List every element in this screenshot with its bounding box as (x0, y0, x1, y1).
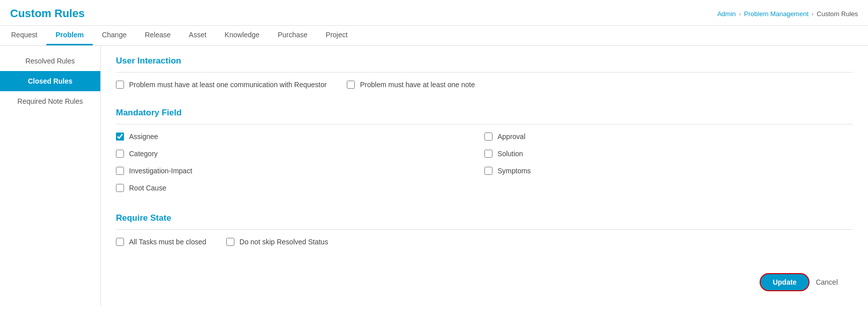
require-state-section: Require State All Tasks must be closed D… (116, 213, 853, 253)
checkbox-row-symptoms: Symptoms (484, 167, 853, 175)
checkbox-assignee[interactable] (116, 133, 124, 141)
tab-asset[interactable]: Asset (180, 26, 216, 45)
label-approval: Approval (498, 133, 525, 141)
mandatory-field-right: Approval Solution Symptoms (484, 133, 853, 201)
footer-buttons: Update Cancel (116, 265, 853, 296)
mandatory-field-title: Mandatory Field (116, 108, 853, 118)
require-state-title: Require State (116, 213, 853, 223)
label-assignee: Assignee (129, 133, 158, 141)
sidebar-item-closed-rules[interactable]: Closed Rules (0, 71, 100, 91)
checkbox-row-communication: Problem must have at least one communica… (116, 81, 327, 89)
checkbox-row-approval: Approval (484, 133, 853, 141)
checkbox-symptoms[interactable] (484, 167, 492, 175)
tab-change[interactable]: Change (93, 26, 136, 45)
main-content: User Interaction Problem must have at le… (101, 46, 868, 306)
sidebar-item-resolved-rules[interactable]: Resolved Rules (0, 51, 100, 71)
checkbox-row-solution: Solution (484, 150, 853, 158)
checkbox-row-note: Problem must have at least one note (347, 81, 475, 89)
page-title: Custom Rules (10, 7, 85, 20)
checkbox-note[interactable] (347, 81, 355, 89)
tab-request[interactable]: Request (2, 26, 46, 45)
mandatory-field-left: Assignee Category Investigation-Impact R… (116, 133, 484, 201)
tab-project[interactable]: Project (317, 26, 357, 45)
cancel-button[interactable]: Cancel (816, 278, 838, 286)
sidebar-item-required-note-rules[interactable]: Required Note Rules (0, 91, 100, 111)
breadcrumb-sep1: › (739, 10, 741, 18)
breadcrumb-custom-rules: Custom Rules (817, 10, 858, 18)
tabs-bar: Request Problem Change Release Asset Kno… (0, 26, 868, 46)
require-state-divider (116, 229, 853, 230)
mandatory-field-grid: Assignee Category Investigation-Impact R… (116, 133, 853, 201)
checkbox-row-root-cause: Root Cause (116, 184, 484, 192)
user-interaction-checkboxes: Problem must have at least one communica… (116, 81, 853, 96)
user-interaction-divider (116, 72, 853, 73)
checkbox-row-all-tasks: All Tasks must be closed (116, 238, 206, 246)
user-interaction-title: User Interaction (116, 56, 853, 66)
header: Custom Rules Admin › Problem Management … (0, 0, 868, 26)
label-communication: Problem must have at least one communica… (129, 81, 327, 89)
update-button[interactable]: Update (760, 273, 810, 291)
checkbox-row-investigation-impact: Investigation-Impact (116, 167, 484, 175)
label-all-tasks: All Tasks must be closed (129, 238, 206, 246)
checkbox-all-tasks[interactable] (116, 238, 124, 246)
tab-purchase[interactable]: Purchase (269, 26, 317, 45)
require-state-checkboxes: All Tasks must be closed Do not skip Res… (116, 238, 853, 253)
label-category: Category (129, 150, 158, 158)
checkbox-approval[interactable] (484, 133, 492, 141)
label-investigation-impact: Investigation-Impact (129, 167, 192, 175)
tab-knowledge[interactable]: Knowledge (216, 26, 269, 45)
mandatory-field-section: Mandatory Field Assignee Category Inve (116, 108, 853, 201)
tab-problem[interactable]: Problem (46, 26, 93, 45)
tab-release[interactable]: Release (136, 26, 179, 45)
label-skip-resolved: Do not skip Resolved Status (239, 238, 328, 246)
layout: Resolved Rules Closed Rules Required Not… (0, 46, 868, 306)
label-root-cause: Root Cause (129, 184, 166, 192)
checkbox-row-category: Category (116, 150, 484, 158)
checkbox-investigation-impact[interactable] (116, 167, 124, 175)
checkbox-skip-resolved[interactable] (226, 238, 234, 246)
breadcrumb-admin[interactable]: Admin (717, 10, 736, 18)
label-symptoms: Symptoms (498, 167, 531, 175)
checkbox-communication[interactable] (116, 81, 124, 89)
user-interaction-section: User Interaction Problem must have at le… (116, 56, 853, 96)
checkbox-solution[interactable] (484, 150, 492, 158)
label-solution: Solution (498, 150, 523, 158)
mandatory-field-divider (116, 124, 853, 124)
checkbox-category[interactable] (116, 150, 124, 158)
breadcrumb: Admin › Problem Management › Custom Rule… (717, 10, 858, 18)
checkbox-root-cause[interactable] (116, 184, 124, 192)
sidebar: Resolved Rules Closed Rules Required Not… (0, 46, 101, 306)
label-note: Problem must have at least one note (360, 81, 475, 89)
breadcrumb-problem-management[interactable]: Problem Management (744, 10, 809, 18)
checkbox-row-assignee: Assignee (116, 133, 484, 141)
breadcrumb-sep2: › (812, 10, 814, 18)
checkbox-row-skip-resolved: Do not skip Resolved Status (226, 238, 328, 246)
